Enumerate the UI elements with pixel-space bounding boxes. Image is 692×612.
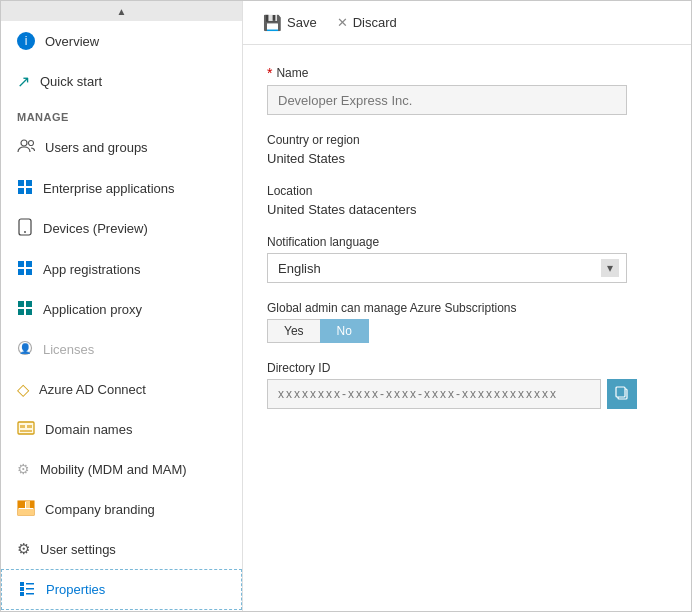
sidebar-item-label: Enterprise applications bbox=[43, 181, 175, 196]
sidebar-item-user-settings[interactable]: ⚙ User settings bbox=[1, 529, 242, 569]
sidebar-item-label: Properties bbox=[46, 582, 105, 597]
users-icon bbox=[17, 137, 35, 158]
sidebar-item-label: Company branding bbox=[45, 502, 155, 517]
svg-rect-10 bbox=[18, 269, 24, 275]
svg-rect-35 bbox=[616, 387, 625, 397]
sidebar-scroll-up[interactable]: ▲ bbox=[1, 1, 242, 21]
svg-rect-24 bbox=[26, 501, 30, 508]
devices-icon bbox=[17, 218, 33, 239]
country-label: Country or region bbox=[267, 133, 667, 147]
app-window: ▲ i Overview ↗ Quick start MANAGE Users … bbox=[0, 0, 692, 612]
svg-rect-29 bbox=[20, 587, 24, 591]
global-admin-label: Global admin can manage Azure Subscripti… bbox=[267, 301, 667, 315]
sidebar-item-domain-names[interactable]: Domain names bbox=[1, 409, 242, 449]
svg-rect-27 bbox=[20, 582, 24, 586]
svg-rect-8 bbox=[18, 261, 24, 267]
azure-connect-icon: ◇ bbox=[17, 380, 29, 399]
sidebar-item-app-proxy[interactable]: Application proxy bbox=[1, 289, 242, 329]
sidebar-item-label: Domain names bbox=[45, 422, 132, 437]
main-panel: 💾 Save ✕ Discard * Name Country or regio… bbox=[243, 1, 691, 611]
svg-text:👤: 👤 bbox=[19, 342, 32, 355]
save-label: Save bbox=[287, 15, 317, 30]
sidebar-scroll-area: i Overview ↗ Quick start MANAGE Users an… bbox=[1, 21, 242, 611]
sidebar-item-mobility[interactable]: ⚙ Mobility (MDM and MAM) bbox=[1, 449, 242, 489]
properties-form: * Name Country or region United States L… bbox=[243, 45, 691, 611]
svg-rect-4 bbox=[18, 188, 24, 194]
yes-button[interactable]: Yes bbox=[267, 319, 320, 343]
location-value: United States datacenters bbox=[267, 202, 667, 217]
copy-button[interactable] bbox=[607, 379, 637, 409]
directory-id-row: Directory ID bbox=[267, 361, 667, 409]
notif-lang-label: Notification language bbox=[267, 235, 667, 249]
sidebar-item-label: Users and groups bbox=[45, 140, 148, 155]
sidebar-item-devices[interactable]: Devices (Preview) bbox=[1, 208, 242, 249]
svg-rect-14 bbox=[18, 309, 24, 315]
directory-id-input[interactable] bbox=[267, 379, 601, 409]
name-field-row: * Name bbox=[267, 65, 667, 115]
sidebar-item-label: App registrations bbox=[43, 262, 141, 277]
svg-rect-15 bbox=[26, 309, 32, 315]
sidebar-item-properties[interactable]: Properties bbox=[1, 569, 242, 610]
sidebar-item-label: Application proxy bbox=[43, 302, 142, 317]
save-icon: 💾 bbox=[263, 14, 282, 32]
no-button[interactable]: No bbox=[320, 319, 369, 343]
sidebar-item-licenses: 👤 Licenses bbox=[1, 329, 242, 369]
sidebar-item-label: Quick start bbox=[40, 74, 102, 89]
global-admin-toggle: Yes No bbox=[267, 319, 667, 343]
branding-icon bbox=[17, 500, 35, 519]
svg-point-1 bbox=[29, 141, 34, 146]
sidebar-item-app-registrations[interactable]: App registrations bbox=[1, 249, 242, 289]
discard-icon: ✕ bbox=[337, 15, 348, 30]
name-label-text: Name bbox=[276, 66, 308, 80]
svg-rect-3 bbox=[26, 180, 32, 186]
svg-rect-20 bbox=[27, 425, 32, 428]
save-button[interactable]: 💾 Save bbox=[263, 14, 317, 32]
discard-button[interactable]: ✕ Discard bbox=[337, 15, 397, 30]
sidebar-item-label: Azure AD Connect bbox=[39, 382, 146, 397]
svg-rect-25 bbox=[30, 501, 34, 508]
notif-lang-select-wrap: English French German Spanish ▾ bbox=[267, 253, 627, 283]
sidebar-item-label: Devices (Preview) bbox=[43, 221, 148, 236]
svg-rect-5 bbox=[26, 188, 32, 194]
location-field-row: Location United States datacenters bbox=[267, 184, 667, 217]
country-field-row: Country or region United States bbox=[267, 133, 667, 166]
notif-lang-row: Notification language English French Ger… bbox=[267, 235, 667, 283]
svg-rect-13 bbox=[26, 301, 32, 307]
name-input[interactable] bbox=[267, 85, 627, 115]
domain-icon bbox=[17, 421, 35, 438]
sidebar-item-quick-start[interactable]: ↗ Quick start bbox=[1, 61, 242, 101]
notif-lang-select[interactable]: English French German Spanish bbox=[267, 253, 627, 283]
location-label: Location bbox=[267, 184, 667, 198]
info-icon: i bbox=[17, 32, 35, 50]
properties-icon bbox=[18, 580, 36, 599]
app-proxy-icon bbox=[17, 300, 33, 319]
svg-rect-9 bbox=[26, 261, 32, 267]
sidebar-item-label: Mobility (MDM and MAM) bbox=[40, 462, 187, 477]
sidebar-item-label: Licenses bbox=[43, 342, 94, 357]
svg-rect-31 bbox=[20, 592, 24, 596]
licenses-icon: 👤 bbox=[17, 340, 33, 359]
required-indicator: * bbox=[267, 65, 272, 81]
svg-rect-23 bbox=[18, 501, 25, 508]
svg-rect-32 bbox=[26, 593, 34, 595]
sidebar-item-enterprise-apps[interactable]: Enterprise applications bbox=[1, 168, 242, 208]
svg-point-0 bbox=[21, 140, 27, 146]
svg-rect-11 bbox=[26, 269, 32, 275]
name-label: * Name bbox=[267, 65, 667, 81]
svg-rect-26 bbox=[18, 509, 34, 515]
copy-icon bbox=[615, 386, 629, 403]
svg-rect-28 bbox=[26, 583, 34, 585]
user-settings-icon: ⚙ bbox=[17, 540, 30, 558]
directory-id-field bbox=[267, 379, 637, 409]
sidebar-item-overview[interactable]: i Overview bbox=[1, 21, 242, 61]
sidebar-item-label: Overview bbox=[45, 34, 99, 49]
sidebar-item-users-groups[interactable]: Users and groups bbox=[1, 127, 242, 168]
svg-rect-30 bbox=[26, 588, 34, 590]
sidebar-item-azure-ad-connect[interactable]: ◇ Azure AD Connect bbox=[1, 369, 242, 409]
quick-start-icon: ↗ bbox=[17, 72, 30, 91]
svg-rect-2 bbox=[18, 180, 24, 186]
discard-label: Discard bbox=[353, 15, 397, 30]
directory-id-label: Directory ID bbox=[267, 361, 667, 375]
country-value: United States bbox=[267, 151, 667, 166]
sidebar-item-company-branding[interactable]: Company branding bbox=[1, 489, 242, 529]
